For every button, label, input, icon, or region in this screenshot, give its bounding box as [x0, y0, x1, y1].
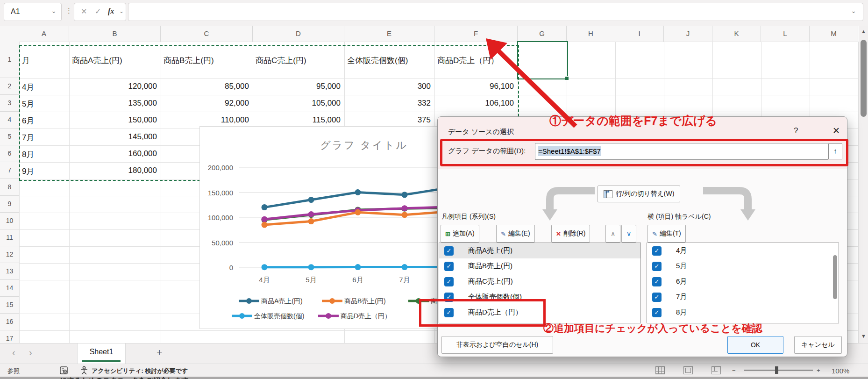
column-header-B[interactable]: B [69, 26, 161, 42]
cell[interactable]: 145,000 [68, 132, 157, 142]
add-series-button[interactable]: ⊞追加(A) [441, 225, 479, 243]
zoom-in-icon[interactable]: + [817, 367, 820, 374]
checkbox-checked-icon[interactable]: ✓ [652, 308, 662, 317]
cell[interactable]: 商品C売上(円) [256, 55, 306, 66]
column-header-M[interactable]: M [810, 26, 858, 42]
zoom-slider-thumb[interactable] [775, 366, 778, 374]
zoom-slider-track[interactable] [744, 370, 813, 371]
row-header-6[interactable]: 6 [0, 145, 20, 162]
cell[interactable]: 160,000 [68, 149, 157, 158]
cell[interactable]: 8月 [22, 149, 34, 160]
ok-button[interactable]: OK [727, 336, 783, 354]
list-item[interactable]: ✓4月 [647, 243, 839, 258]
cell[interactable]: 9月 [22, 166, 34, 177]
normal-view-icon[interactable] [655, 366, 665, 374]
column-header-D[interactable]: D [253, 26, 344, 42]
line-chart[interactable]: 050,000100,000150,000200,000グラフ タイトル4月5月… [199, 126, 442, 329]
zoom-level[interactable]: 100% [832, 367, 849, 375]
enter-icon[interactable]: ✓ [95, 7, 101, 16]
move-up-button[interactable]: ∧ [605, 225, 620, 243]
switch-row-column-button[interactable]: 行/列の切り替え(W) [598, 186, 680, 202]
cell[interactable]: 商品A売上(円) [72, 55, 122, 66]
cell[interactable]: 5月 [22, 99, 34, 109]
cell[interactable]: 92,000 [160, 99, 249, 108]
cell[interactable]: 96,100 [425, 82, 514, 91]
macro-record-icon[interactable] [60, 366, 68, 374]
row-header-2[interactable]: 2 [0, 78, 20, 95]
range-picker-button[interactable]: ↑ [828, 143, 842, 159]
column-header-I[interactable]: I [615, 26, 664, 42]
cancel-button[interactable]: キャンセル [794, 336, 842, 354]
select-all-corner[interactable] [0, 26, 20, 42]
cell[interactable]: 106,100 [425, 99, 514, 108]
checkbox-checked-icon[interactable]: ✓ [444, 262, 454, 271]
sheet-tab-sheet1[interactable]: Sheet1 [77, 343, 126, 364]
scroll-down-icon[interactable]: ▼ [861, 333, 866, 339]
cell[interactable]: 105,000 [252, 99, 341, 108]
cell[interactable]: 332 [342, 99, 431, 108]
edit-axis-button[interactable]: ✎編集(T) [647, 225, 686, 243]
chart-range-input[interactable]: =Sheet1!$A$1:$F$7 [535, 143, 828, 160]
next-sheet-icon[interactable]: › [29, 347, 32, 358]
cell[interactable]: 180,000 [68, 166, 157, 175]
row-header-7[interactable]: 7 [0, 162, 20, 179]
checkbox-checked-icon[interactable]: ✓ [444, 308, 454, 317]
row-header-13[interactable]: 13 [0, 263, 20, 280]
axis-labels-listbox[interactable]: ✓4月✓5月✓6月✓7月✓8月 [647, 243, 839, 323]
cell[interactable]: 150,000 [68, 115, 157, 125]
cell[interactable]: 120,000 [68, 82, 157, 91]
list-item[interactable]: ✓6月 [647, 274, 839, 289]
list-item[interactable]: ✓5月 [647, 258, 839, 274]
cell[interactable]: 85,000 [160, 82, 249, 91]
cell[interactable]: 4月 [22, 82, 34, 93]
checkbox-checked-icon[interactable]: ✓ [652, 277, 662, 286]
accessibility-status[interactable]: アクセシビリティ: 検討が必要です [92, 367, 188, 375]
cancel-icon[interactable]: ✕ [81, 7, 87, 16]
cell[interactable]: 115,000 [252, 115, 341, 125]
column-header-E[interactable]: E [344, 26, 434, 42]
row-header-16[interactable]: 16 [0, 314, 20, 330]
row-header-11[interactable]: 11 [0, 229, 20, 246]
chevron-down-icon[interactable]: ⌄ [51, 7, 57, 14]
add-sheet-icon[interactable]: + [157, 347, 162, 358]
checkbox-checked-icon[interactable]: ✓ [444, 293, 454, 302]
cell[interactable]: 6月 [22, 115, 34, 126]
list-item[interactable]: ✓8月 [647, 305, 839, 320]
series-listbox[interactable]: ✓商品A売上(円)✓商品B売上(円)✓商品C売上(円)✓全体販売個数(個)✓商品… [439, 243, 641, 323]
column-header-J[interactable]: J [664, 26, 712, 42]
list-item[interactable]: ✓商品B売上(円) [439, 258, 640, 274]
row-header-4[interactable]: 4 [0, 112, 20, 129]
vertical-scrollbar[interactable]: ▲ ▼ [859, 26, 868, 343]
cell[interactable]: 375 [342, 115, 431, 125]
close-icon[interactable]: ✕ [832, 125, 840, 136]
zoom-out-icon[interactable]: − [732, 367, 736, 374]
column-header-G[interactable]: G [518, 26, 567, 42]
row-header-10[interactable]: 10 [0, 213, 20, 229]
list-item[interactable]: ✓商品A売上(円) [439, 243, 640, 258]
checkbox-checked-icon[interactable]: ✓ [652, 262, 662, 271]
scrollbar-thumb[interactable] [861, 40, 867, 117]
chevron-down-icon[interactable]: ⌄ [851, 7, 856, 14]
edit-series-button[interactable]: ✎編集(E) [496, 225, 535, 243]
column-header-L[interactable]: L [761, 26, 810, 42]
cell[interactable]: 商品B売上(円) [164, 55, 214, 66]
help-icon[interactable]: ? [794, 126, 798, 136]
column-header-K[interactable]: K [712, 26, 761, 42]
fill-handle[interactable] [565, 76, 569, 80]
row-header-8[interactable]: 8 [0, 179, 20, 196]
row-header-5[interactable]: 5 [0, 129, 20, 145]
row-header-1[interactable]: 1 [0, 42, 20, 78]
column-header-C[interactable]: C [161, 26, 253, 42]
cell[interactable]: 300 [342, 82, 431, 91]
cell[interactable]: 95,000 [252, 82, 341, 91]
row-header-12[interactable]: 12 [0, 246, 20, 263]
cell[interactable]: 135,000 [68, 99, 157, 108]
accessibility-person-icon[interactable] [79, 366, 89, 375]
cell[interactable]: 商品D売上（円） [437, 55, 498, 66]
checkbox-checked-icon[interactable]: ✓ [444, 246, 454, 256]
column-header-A[interactable]: A [19, 26, 69, 42]
row-header-14[interactable]: 14 [0, 280, 20, 297]
list-item[interactable]: ✓商品C売上(円) [439, 274, 640, 289]
scroll-up-icon[interactable]: ▲ [861, 29, 866, 34]
cell[interactable]: 7月 [22, 132, 34, 143]
